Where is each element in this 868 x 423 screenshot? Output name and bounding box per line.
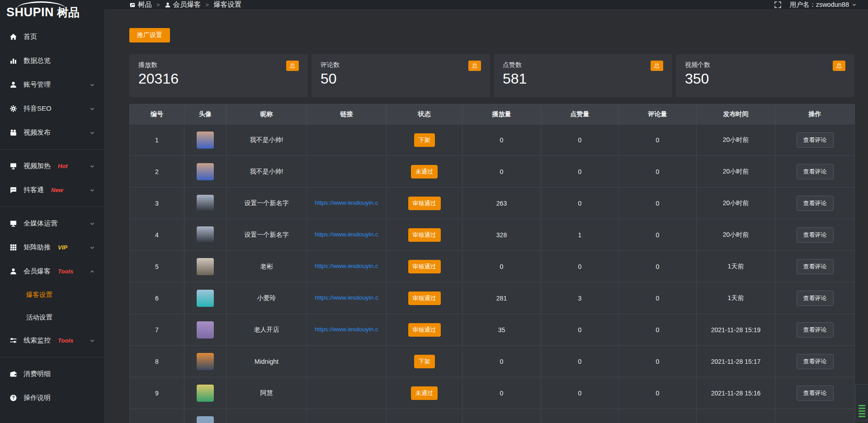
video-camera-icon <box>9 129 17 137</box>
chevron-down-icon <box>90 106 95 112</box>
profile-link[interactable]: https://www.iesdouyin.c <box>315 326 378 333</box>
total-badge: 总 <box>468 61 481 71</box>
status-badge[interactable]: 审核通过 <box>408 291 441 305</box>
sidebar-item-data-overview[interactable]: 数据总览 <box>0 49 104 73</box>
sidebar-subitem-label: 爆客设置 <box>26 291 52 299</box>
sliders-icon <box>9 337 17 345</box>
username-menu[interactable]: 用户名：zswodun88 <box>790 0 857 9</box>
monitor-icon <box>9 220 17 228</box>
stat-value: 20316 <box>138 70 299 87</box>
cell-status: 审核通过 <box>387 188 462 219</box>
chevron-down-icon <box>852 1 857 9</box>
status-badge[interactable]: 审核通过 <box>408 323 441 337</box>
sidebar-item-label: 数据总览 <box>24 56 51 65</box>
total-badge: 总 <box>286 61 299 71</box>
cell-time: 2021-11-28 15:16 <box>697 377 775 409</box>
cell-id: 8 <box>130 346 184 377</box>
view-comments-button[interactable]: 查看评论 <box>797 291 834 306</box>
sidebar-item-media-operation[interactable]: 全媒体运营 <box>0 212 104 235</box>
cell-avatar <box>184 219 226 251</box>
breadcrumb-label: 爆客设置 <box>213 0 241 9</box>
cell-likes: 0 <box>541 314 619 346</box>
cell-link <box>307 156 387 188</box>
view-comments-button[interactable]: 查看评论 <box>797 196 834 211</box>
breadcrumb-item-baoke-settings[interactable]: 爆客设置 <box>213 0 241 9</box>
cell-comments: 0 <box>619 219 697 251</box>
profile-link[interactable]: https://www.iesdouyin.c <box>315 294 378 301</box>
profile-link[interactable]: https://www.iesdouyin.c <box>315 199 378 206</box>
cell-likes: 0 <box>541 156 619 188</box>
table-row: 8Midnight下架0002021-11-28 15:17查看评论 <box>130 346 855 377</box>
cell-action: 查看评论 <box>775 188 855 219</box>
logo[interactable]: SHUPIN 树品 <box>0 0 104 25</box>
column-header: 链接 <box>307 104 387 124</box>
breadcrumb-label: 树品 <box>138 0 152 9</box>
status-badge[interactable]: 审核通过 <box>408 197 441 210</box>
cell-likes: 0 <box>541 346 619 377</box>
fullscreen-icon[interactable] <box>774 1 782 9</box>
breadcrumb-label: 会员爆客 <box>173 0 201 9</box>
cell-link <box>307 346 387 377</box>
topbar: 树品>会员爆客>爆客设置 用户名：zswodun88 <box>104 0 868 10</box>
topbar-right: 用户名：zswodun88 <box>774 0 857 9</box>
sidebar-item-clue-monitor[interactable]: 线索监控Tools <box>0 329 104 352</box>
sidebar-item-douyin-seo[interactable]: 抖音SEO <box>0 97 104 121</box>
user-icon <box>165 2 171 8</box>
sidebar-item-home[interactable]: 首页 <box>0 25 104 49</box>
sidebar-item-operation-guide[interactable]: ?操作说明 <box>0 386 104 410</box>
sidebar-item-consume-detail[interactable]: 消费明细 <box>0 362 104 386</box>
cell-plays: 263 <box>462 188 541 219</box>
sidebar-subitem-activity-settings[interactable]: 活动设置 <box>0 306 104 329</box>
sidebar-subitem-baoke-settings[interactable]: 爆客设置 <box>0 283 104 306</box>
stat-label: 点赞数 <box>503 61 663 69</box>
user-icon <box>9 81 17 89</box>
avatar <box>197 321 214 338</box>
status-badge[interactable]: 审核通过 <box>408 228 441 242</box>
cell-time: 2021-11-28 15:17 <box>697 346 775 377</box>
view-comments-button[interactable]: 查看评论 <box>797 259 834 274</box>
breadcrumb-item-shupin[interactable]: 树品 <box>129 0 152 9</box>
cell-link: https://www.iesdouyin.c <box>307 314 387 346</box>
sidebar-item-video-heat[interactable]: 视频加热Hot <box>0 154 104 178</box>
cell-nickname: 阿慧 <box>226 377 307 409</box>
sidebar-nav: 首页数据总览账号管理抖音SEO视频发布视频加热Hot抖客通New全媒体运营矩阵助… <box>0 25 104 410</box>
sidebar-item-account-manage[interactable]: 账号管理 <box>0 73 104 97</box>
sidebar-item-douketong[interactable]: 抖客通New <box>0 178 104 202</box>
status-badge[interactable]: 未通过 <box>411 386 438 400</box>
sidebar-subitem-label: 活动设置 <box>26 313 52 322</box>
content-column: 树品>会员爆客>爆客设置 用户名：zswodun88 推广设置 播放数20316… <box>104 0 868 423</box>
sidebar-item-label: 视频加热 <box>24 162 51 170</box>
avatar <box>197 353 214 370</box>
cell-time: 20小时前 <box>697 156 775 188</box>
profile-link[interactable]: https://www.iesdouyin.c <box>315 263 378 269</box>
cell-comments: 0 <box>619 282 697 314</box>
sidebar-item-member-baoke[interactable]: 会员爆客Tools <box>0 259 104 283</box>
view-comments-button[interactable]: 查看评论 <box>797 227 834 243</box>
cell-avatar <box>184 188 226 219</box>
status-badge[interactable]: 未通过 <box>411 165 438 179</box>
sidebar-item-label: 抖客通 <box>24 186 44 194</box>
stat-card: 点赞数581总 <box>494 54 672 97</box>
cell-link: https://www.iesdouyin.c <box>307 251 387 282</box>
status-badge[interactable]: 审核通过 <box>408 260 441 273</box>
username-label: 用户名：zswodun88 <box>790 0 849 9</box>
table-row: 3设置一个新名字https://www.iesdouyin.c审核通过26300… <box>130 188 855 219</box>
status-badge[interactable]: 下架 <box>414 355 435 368</box>
breadcrumb-item-member-baoke[interactable]: 会员爆客 <box>165 0 201 9</box>
cell-nickname: 小爱玲 <box>226 282 307 314</box>
view-comments-button[interactable]: 查看评论 <box>797 354 834 369</box>
promo-settings-button[interactable]: 推广设置 <box>129 28 170 42</box>
view-comments-button[interactable]: 查看评论 <box>797 322 834 338</box>
view-comments-button[interactable]: 查看评论 <box>797 132 834 148</box>
sidebar-item-video-publish[interactable]: 视频发布 <box>0 121 104 145</box>
view-comments-button[interactable]: 查看评论 <box>797 385 834 401</box>
cell-comments <box>619 409 697 423</box>
cell-avatar <box>184 251 226 282</box>
profile-link[interactable]: https://www.iesdouyin.c <box>315 231 378 238</box>
sidebar-item-matrix-boost[interactable]: 矩阵助推VIP <box>0 235 104 259</box>
status-badge[interactable]: 下架 <box>414 133 435 147</box>
widget-bar <box>859 413 865 414</box>
floating-widget[interactable] <box>855 384 868 421</box>
view-comments-button[interactable]: 查看评论 <box>797 164 834 179</box>
cell-id: 4 <box>130 219 184 251</box>
